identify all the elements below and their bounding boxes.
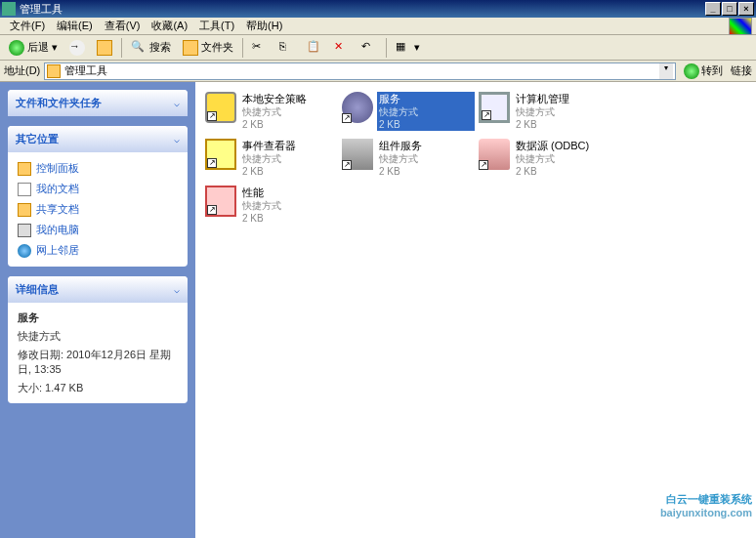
panel-file-tasks: 文件和文件夹任务 ⌵ [8, 90, 188, 116]
perf-icon: ↗ [205, 186, 236, 217]
close-button[interactable]: × [738, 2, 754, 16]
shortcut-arrow-icon: ↗ [342, 113, 352, 123]
delete-icon: ✕ [334, 40, 350, 56]
menu-favorites[interactable]: 收藏(A) [146, 17, 193, 35]
watermark-url: baiyunxitong.com [660, 507, 752, 518]
address-bar: 地址(D) 管理工具 ▾ 转到 链接 [0, 61, 756, 82]
panel-header-details[interactable]: 详细信息 ⌵ [8, 276, 188, 303]
paste-icon: 📋 [307, 40, 322, 56]
maximize-button[interactable]: □ [722, 2, 737, 16]
link-control-panel[interactable]: 控制面板 [18, 158, 178, 179]
panel-title: 其它位置 [16, 132, 59, 146]
file-type: 快捷方式 [516, 152, 609, 166]
network-icon [18, 244, 31, 258]
folders-icon [183, 40, 198, 56]
gear-icon: ↗ [342, 92, 373, 123]
file-list-pane[interactable]: ↗本地安全策略快捷方式2 KB↗服务快捷方式2 KB↗计算机管理快捷方式2 KB… [195, 82, 756, 538]
delete-button[interactable]: ✕ [329, 37, 355, 59]
menu-help[interactable]: 帮助(H) [240, 17, 288, 35]
file-name: 本地安全策略 [242, 93, 336, 105]
copy-icon: ⎘ [279, 40, 295, 56]
panel-header-tasks[interactable]: 文件和文件夹任务 ⌵ [8, 90, 188, 116]
file-item-gear[interactable]: ↗服务快捷方式2 KB [340, 90, 477, 133]
monitor-icon: ↗ [479, 92, 510, 123]
chevron-down-icon: ▾ [414, 41, 420, 54]
window-title: 管理工具 [20, 2, 705, 17]
minimize-button[interactable]: _ [705, 2, 721, 16]
file-item-srv[interactable]: ↗组件服务快捷方式2 KB [340, 137, 477, 180]
chevron-icon: ⌵ [174, 98, 180, 108]
shield-icon: ↗ [205, 92, 236, 123]
address-dropdown[interactable]: ▾ [659, 63, 673, 79]
links-label[interactable]: 链接 [731, 63, 752, 78]
file-type: 快捷方式 [379, 105, 473, 119]
folder-icon [47, 64, 61, 78]
menu-edit[interactable]: 编辑(E) [51, 17, 99, 35]
detail-modified: 修改日期: 2010年12月26日 星期日, 13:35 [18, 346, 178, 379]
forward-button[interactable]: → [64, 37, 90, 59]
file-item-db[interactable]: ↗数据源 (ODBC)快捷方式2 KB [477, 137, 613, 180]
file-item-shield[interactable]: ↗本地安全策略快捷方式2 KB [203, 90, 340, 133]
file-item-monitor[interactable]: ↗计算机管理快捷方式2 KB [477, 90, 613, 133]
file-name: 组件服务 [379, 140, 473, 152]
menu-view[interactable]: 查看(V) [99, 17, 147, 35]
shortcut-arrow-icon: ↗ [207, 111, 217, 121]
task-sidebar: 文件和文件夹任务 ⌵ 其它位置 ⌵ 控制面板 我的文档 共享文档 我的电脑 网上… [0, 82, 195, 538]
folders-button[interactable]: 文件夹 [178, 37, 238, 59]
shortcut-arrow-icon: ↗ [207, 158, 217, 168]
up-button[interactable] [92, 37, 117, 59]
link-network[interactable]: 网上邻居 [18, 240, 178, 261]
file-type: 快捷方式 [379, 152, 473, 166]
address-label: 地址(D) [4, 63, 40, 78]
address-input[interactable]: 管理工具 ▾ [44, 62, 676, 80]
shortcut-arrow-icon: ↗ [342, 160, 352, 170]
toolbar-separator [242, 38, 243, 58]
chevron-icon: ⌵ [174, 284, 180, 295]
copy-button[interactable]: ⎘ [274, 37, 300, 59]
file-size: 2 KB [379, 166, 473, 177]
views-icon: ▦ [396, 40, 411, 56]
windows-logo-icon [729, 18, 752, 35]
back-button[interactable]: 后退 ▾ [4, 37, 63, 59]
window-icon [2, 2, 16, 16]
undo-button[interactable]: ↶ [357, 37, 382, 59]
srv-icon: ↗ [342, 139, 373, 170]
toolbar: 后退 ▾ → 🔍 搜索 文件夹 ✂ ⎘ 📋 ✕ ↶ ▦▾ [0, 35, 756, 61]
detail-name: 服务 [18, 309, 178, 327]
menu-bar: 文件(F) 编辑(E) 查看(V) 收藏(A) 工具(T) 帮助(H) [0, 18, 756, 35]
link-shared-docs[interactable]: 共享文档 [18, 199, 178, 220]
panel-header-other[interactable]: 其它位置 ⌵ [8, 126, 188, 152]
watermark: 白云一键重装系统 baiyunxitong.com [660, 492, 752, 518]
paste-button[interactable]: 📋 [302, 37, 327, 59]
cut-button[interactable]: ✂ [247, 37, 273, 59]
cut-icon: ✂ [252, 40, 268, 56]
toolbar-separator [121, 38, 122, 58]
shortcut-arrow-icon: ↗ [479, 160, 488, 170]
folder-icon [18, 162, 31, 176]
file-item-perf[interactable]: ↗性能快捷方式2 KB [203, 184, 340, 227]
goto-button[interactable]: 转到 [680, 62, 727, 81]
computer-icon [18, 224, 31, 237]
link-my-computer[interactable]: 我的电脑 [18, 220, 178, 240]
panel-title: 详细信息 [16, 282, 59, 297]
menu-tools[interactable]: 工具(T) [193, 17, 240, 35]
search-button[interactable]: 🔍 搜索 [126, 37, 176, 59]
document-icon [18, 183, 31, 196]
file-name: 性能 [242, 186, 336, 199]
detail-size: 大小: 1.47 KB [18, 379, 178, 397]
goto-label: 转到 [701, 63, 723, 78]
folder-icon [18, 203, 31, 217]
file-name: 事件查看器 [242, 140, 336, 152]
file-type: 快捷方式 [242, 152, 336, 166]
menu-file[interactable]: 文件(F) [4, 17, 51, 35]
watermark-text: 白云一键重装系统 [660, 492, 752, 507]
forward-icon: → [69, 40, 85, 56]
views-button[interactable]: ▦▾ [391, 37, 425, 59]
file-item-event[interactable]: ↗事件查看器快捷方式2 KB [203, 137, 340, 180]
folders-label: 文件夹 [201, 40, 233, 55]
detail-type: 快捷方式 [18, 327, 178, 346]
back-label: 后退 [27, 40, 49, 55]
search-label: 搜索 [149, 40, 171, 55]
file-size: 2 KB [516, 166, 609, 177]
link-my-documents[interactable]: 我的文档 [18, 179, 178, 199]
